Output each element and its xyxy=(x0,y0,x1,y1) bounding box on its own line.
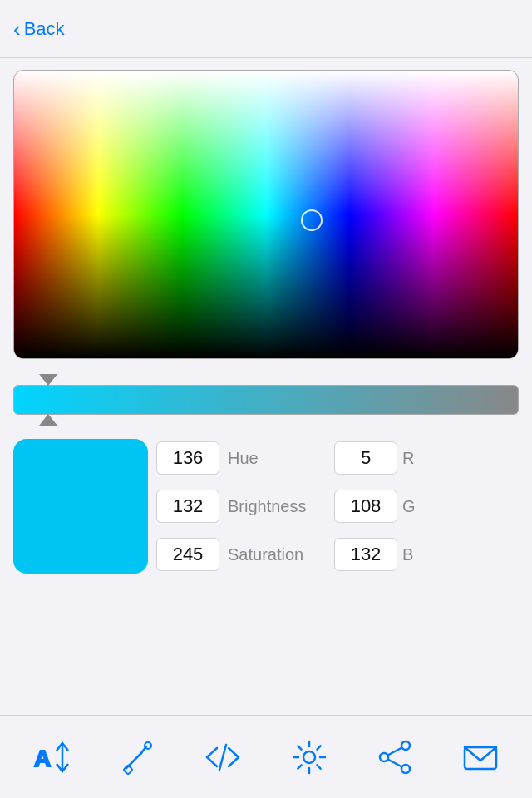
code-icon[interactable] xyxy=(190,728,256,786)
slider-thumb-bottom xyxy=(39,414,57,426)
brightness-label: Brightness xyxy=(228,497,328,516)
back-chevron-icon: ‹ xyxy=(13,18,21,40)
svg-line-12 xyxy=(298,746,301,749)
svg-line-15 xyxy=(298,765,301,768)
slider-thumb-top xyxy=(39,374,57,386)
color-picker-canvas[interactable] xyxy=(13,70,519,359)
settings-icon[interactable] xyxy=(276,728,342,786)
font-size-icon[interactable]: A xyxy=(18,728,85,786)
svg-text:A: A xyxy=(34,746,51,771)
eyedropper-icon[interactable] xyxy=(104,728,170,786)
hue-row: 136 Hue 5 R xyxy=(156,439,519,477)
b-label: B xyxy=(402,545,413,564)
b-value-box[interactable]: 132 xyxy=(334,538,397,571)
share-icon[interactable] xyxy=(362,728,428,786)
gear-svg xyxy=(290,738,328,776)
back-label: Back xyxy=(24,18,65,40)
header: ‹ Back xyxy=(0,0,532,58)
svg-point-7 xyxy=(303,751,315,763)
saturation-value: 245 xyxy=(173,544,204,565)
svg-point-18 xyxy=(380,753,388,761)
brightness-value: 132 xyxy=(173,495,204,517)
code-svg xyxy=(204,738,242,776)
font-size-svg: A xyxy=(32,738,71,776)
saturation-slider-container xyxy=(13,374,519,426)
hue-label: Hue xyxy=(228,449,328,468)
main-content: 136 Hue 5 R 132 Brightness 108 G xyxy=(0,58,532,574)
r-value-box[interactable]: 5 xyxy=(334,441,397,475)
g-label: G xyxy=(402,497,416,516)
r-label: R xyxy=(402,449,414,468)
hue-value-box[interactable]: 136 xyxy=(156,441,219,475)
color-preview-swatch xyxy=(13,439,148,574)
color-gradient xyxy=(14,71,518,358)
g-value-box[interactable]: 108 xyxy=(334,490,397,523)
svg-point-5 xyxy=(145,742,151,749)
toolbar: A xyxy=(0,715,532,798)
mail-svg xyxy=(461,738,500,776)
svg-line-14 xyxy=(317,746,320,749)
eyedropper-svg xyxy=(118,738,156,776)
svg-line-6 xyxy=(219,745,226,770)
saturation-label: Saturation xyxy=(228,545,328,564)
svg-rect-3 xyxy=(123,765,132,774)
saturation-slider-track[interactable] xyxy=(13,385,519,415)
svg-line-20 xyxy=(387,759,401,766)
brightness-row: 132 Brightness 108 G xyxy=(156,487,519,525)
back-button[interactable]: ‹ Back xyxy=(13,18,65,40)
svg-line-13 xyxy=(317,765,320,768)
color-info-row: 136 Hue 5 R 132 Brightness 108 G xyxy=(13,439,519,574)
black-overlay xyxy=(14,71,518,358)
b-value: 132 xyxy=(351,544,382,565)
r-value: 5 xyxy=(361,447,371,469)
mail-icon[interactable] xyxy=(447,728,514,786)
share-svg xyxy=(376,738,414,776)
saturation-value-box[interactable]: 245 xyxy=(156,538,219,571)
brightness-value-box[interactable]: 132 xyxy=(156,490,219,523)
g-value: 108 xyxy=(351,495,382,517)
svg-point-17 xyxy=(401,765,410,773)
svg-point-16 xyxy=(401,741,410,750)
svg-line-19 xyxy=(387,747,401,755)
hue-value: 136 xyxy=(173,447,204,469)
saturation-row: 245 Saturation 132 B xyxy=(156,535,519,574)
color-values: 136 Hue 5 R 132 Brightness 108 G xyxy=(148,439,519,574)
